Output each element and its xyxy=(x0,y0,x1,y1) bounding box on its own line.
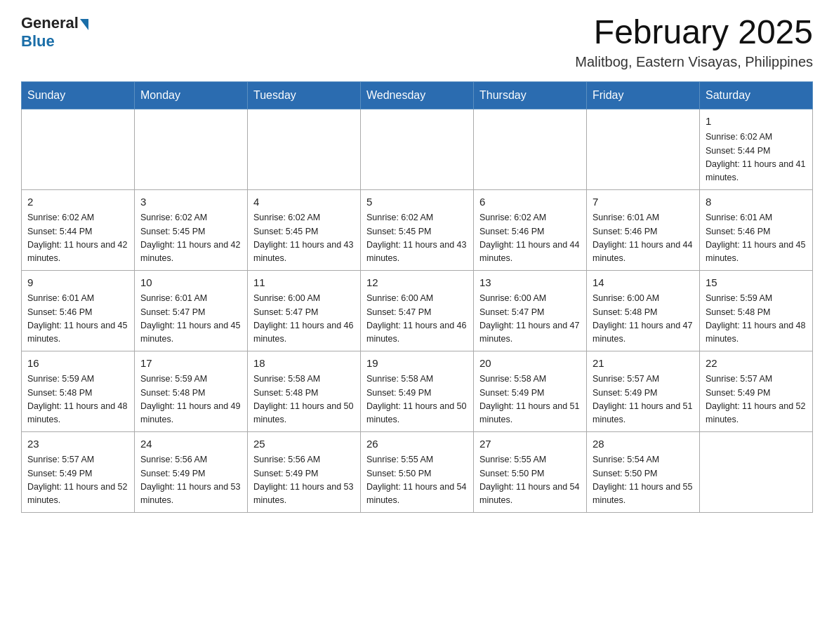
day-number: 12 xyxy=(366,275,468,291)
day-info: Sunrise: 5:58 AMSunset: 5:49 PMDaylight:… xyxy=(479,373,581,427)
day-number: 16 xyxy=(27,356,128,372)
day-info: Sunrise: 5:58 AMSunset: 5:49 PMDaylight:… xyxy=(366,373,468,427)
day-info: Sunrise: 5:57 AMSunset: 5:49 PMDaylight:… xyxy=(706,373,807,427)
calendar-cell: 2Sunrise: 6:02 AMSunset: 5:44 PMDaylight… xyxy=(22,189,135,270)
day-info: Sunrise: 5:55 AMSunset: 5:50 PMDaylight:… xyxy=(366,453,468,508)
day-info: Sunrise: 6:02 AMSunset: 5:45 PMDaylight:… xyxy=(140,211,241,266)
day-number: 18 xyxy=(253,356,355,372)
calendar-cell: 7Sunrise: 6:01 AMSunset: 5:46 PMDaylight… xyxy=(587,189,700,270)
day-info: Sunrise: 5:56 AMSunset: 5:49 PMDaylight:… xyxy=(140,453,241,508)
calendar-cell xyxy=(587,109,700,189)
day-number: 5 xyxy=(366,194,468,210)
calendar-cell: 20Sunrise: 5:58 AMSunset: 5:49 PMDayligh… xyxy=(474,351,587,431)
day-info: Sunrise: 6:01 AMSunset: 5:46 PMDaylight:… xyxy=(706,211,807,266)
day-info: Sunrise: 5:58 AMSunset: 5:48 PMDaylight:… xyxy=(253,373,355,427)
calendar-cell: 8Sunrise: 6:01 AMSunset: 5:46 PMDaylight… xyxy=(700,189,813,270)
day-info: Sunrise: 5:55 AMSunset: 5:50 PMDaylight:… xyxy=(479,453,581,508)
day-info: Sunrise: 6:01 AMSunset: 5:47 PMDaylight:… xyxy=(140,292,241,347)
day-info: Sunrise: 5:57 AMSunset: 5:49 PMDaylight:… xyxy=(593,373,694,427)
day-info: Sunrise: 6:00 AMSunset: 5:47 PMDaylight:… xyxy=(366,292,468,347)
day-number: 25 xyxy=(253,436,355,452)
logo-blue-text: Blue xyxy=(21,32,55,51)
day-number: 15 xyxy=(706,275,807,291)
day-info: Sunrise: 5:59 AMSunset: 5:48 PMDaylight:… xyxy=(706,292,807,347)
logo-general-text: General xyxy=(21,14,79,32)
calendar-cell: 27Sunrise: 5:55 AMSunset: 5:50 PMDayligh… xyxy=(474,431,587,512)
day-info: Sunrise: 6:01 AMSunset: 5:46 PMDaylight:… xyxy=(593,211,694,266)
day-info: Sunrise: 6:00 AMSunset: 5:47 PMDaylight:… xyxy=(253,292,355,347)
calendar-header-row: SundayMondayTuesdayWednesdayThursdayFrid… xyxy=(22,81,813,109)
day-number: 1 xyxy=(706,114,807,130)
day-info: Sunrise: 6:02 AMSunset: 5:45 PMDaylight:… xyxy=(253,211,355,266)
day-number: 13 xyxy=(479,275,581,291)
location-subtitle: Malitbog, Eastern Visayas, Philippines xyxy=(575,54,813,70)
calendar-cell: 9Sunrise: 6:01 AMSunset: 5:46 PMDaylight… xyxy=(22,270,135,351)
calendar-cell xyxy=(22,109,135,189)
calendar-day-header: Wednesday xyxy=(361,81,474,109)
day-info: Sunrise: 6:00 AMSunset: 5:47 PMDaylight:… xyxy=(479,292,581,347)
calendar-cell: 1Sunrise: 6:02 AMSunset: 5:44 PMDaylight… xyxy=(700,109,813,189)
calendar-cell xyxy=(361,109,474,189)
calendar-cell: 6Sunrise: 6:02 AMSunset: 5:46 PMDaylight… xyxy=(474,189,587,270)
day-info: Sunrise: 5:59 AMSunset: 5:48 PMDaylight:… xyxy=(27,373,128,427)
calendar-cell: 23Sunrise: 5:57 AMSunset: 5:49 PMDayligh… xyxy=(22,431,135,512)
day-info: Sunrise: 5:54 AMSunset: 5:50 PMDaylight:… xyxy=(593,453,694,508)
calendar-cell xyxy=(700,431,813,512)
day-number: 6 xyxy=(479,194,581,210)
day-number: 23 xyxy=(27,436,128,452)
calendar-cell: 12Sunrise: 6:00 AMSunset: 5:47 PMDayligh… xyxy=(361,270,474,351)
day-number: 26 xyxy=(366,436,468,452)
day-number: 21 xyxy=(593,356,694,372)
calendar-cell xyxy=(135,109,248,189)
calendar-cell: 26Sunrise: 5:55 AMSunset: 5:50 PMDayligh… xyxy=(361,431,474,512)
day-info: Sunrise: 6:01 AMSunset: 5:46 PMDaylight:… xyxy=(27,292,128,347)
day-number: 3 xyxy=(140,194,241,210)
calendar-table: SundayMondayTuesdayWednesdayThursdayFrid… xyxy=(21,81,813,513)
day-info: Sunrise: 5:57 AMSunset: 5:49 PMDaylight:… xyxy=(27,453,128,508)
calendar-cell xyxy=(474,109,587,189)
calendar-day-header: Monday xyxy=(135,81,248,109)
day-number: 22 xyxy=(706,356,807,372)
calendar-cell: 3Sunrise: 6:02 AMSunset: 5:45 PMDaylight… xyxy=(135,189,248,270)
calendar-cell: 5Sunrise: 6:02 AMSunset: 5:45 PMDaylight… xyxy=(361,189,474,270)
calendar-cell: 16Sunrise: 5:59 AMSunset: 5:48 PMDayligh… xyxy=(22,351,135,431)
logo: General Blue xyxy=(21,14,88,51)
calendar-cell: 17Sunrise: 5:59 AMSunset: 5:48 PMDayligh… xyxy=(135,351,248,431)
calendar-cell: 13Sunrise: 6:00 AMSunset: 5:47 PMDayligh… xyxy=(474,270,587,351)
calendar-cell: 4Sunrise: 6:02 AMSunset: 5:45 PMDaylight… xyxy=(248,189,361,270)
calendar-day-header: Saturday xyxy=(700,81,813,109)
calendar-week-row: 23Sunrise: 5:57 AMSunset: 5:49 PMDayligh… xyxy=(22,431,813,512)
calendar-week-row: 16Sunrise: 5:59 AMSunset: 5:48 PMDayligh… xyxy=(22,351,813,431)
month-year-title: February 2025 xyxy=(575,14,813,51)
calendar-week-row: 2Sunrise: 6:02 AMSunset: 5:44 PMDaylight… xyxy=(22,189,813,270)
calendar-cell: 19Sunrise: 5:58 AMSunset: 5:49 PMDayligh… xyxy=(361,351,474,431)
day-number: 27 xyxy=(479,436,581,452)
day-number: 14 xyxy=(593,275,694,291)
day-number: 20 xyxy=(479,356,581,372)
day-number: 19 xyxy=(366,356,468,372)
calendar-cell: 14Sunrise: 6:00 AMSunset: 5:48 PMDayligh… xyxy=(587,270,700,351)
day-info: Sunrise: 6:02 AMSunset: 5:44 PMDaylight:… xyxy=(706,130,807,185)
calendar-week-row: 9Sunrise: 6:01 AMSunset: 5:46 PMDaylight… xyxy=(22,270,813,351)
day-number: 10 xyxy=(140,275,241,291)
calendar-cell: 21Sunrise: 5:57 AMSunset: 5:49 PMDayligh… xyxy=(587,351,700,431)
day-number: 8 xyxy=(706,194,807,210)
day-info: Sunrise: 5:59 AMSunset: 5:48 PMDaylight:… xyxy=(140,373,241,427)
day-number: 11 xyxy=(253,275,355,291)
calendar-week-row: 1Sunrise: 6:02 AMSunset: 5:44 PMDaylight… xyxy=(22,109,813,189)
day-info: Sunrise: 6:02 AMSunset: 5:44 PMDaylight:… xyxy=(27,211,128,266)
calendar-day-header: Tuesday xyxy=(248,81,361,109)
day-info: Sunrise: 6:02 AMSunset: 5:45 PMDaylight:… xyxy=(366,211,468,266)
day-info: Sunrise: 6:02 AMSunset: 5:46 PMDaylight:… xyxy=(479,211,581,266)
calendar-cell: 28Sunrise: 5:54 AMSunset: 5:50 PMDayligh… xyxy=(587,431,700,512)
logo-arrow-icon xyxy=(80,19,88,30)
calendar-cell xyxy=(248,109,361,189)
calendar-day-header: Thursday xyxy=(474,81,587,109)
day-number: 24 xyxy=(140,436,241,452)
calendar-day-header: Sunday xyxy=(22,81,135,109)
day-number: 4 xyxy=(253,194,355,210)
day-number: 28 xyxy=(593,436,694,452)
title-block: February 2025 Malitbog, Eastern Visayas,… xyxy=(575,14,813,70)
calendar-cell: 18Sunrise: 5:58 AMSunset: 5:48 PMDayligh… xyxy=(248,351,361,431)
calendar-cell: 15Sunrise: 5:59 AMSunset: 5:48 PMDayligh… xyxy=(700,270,813,351)
